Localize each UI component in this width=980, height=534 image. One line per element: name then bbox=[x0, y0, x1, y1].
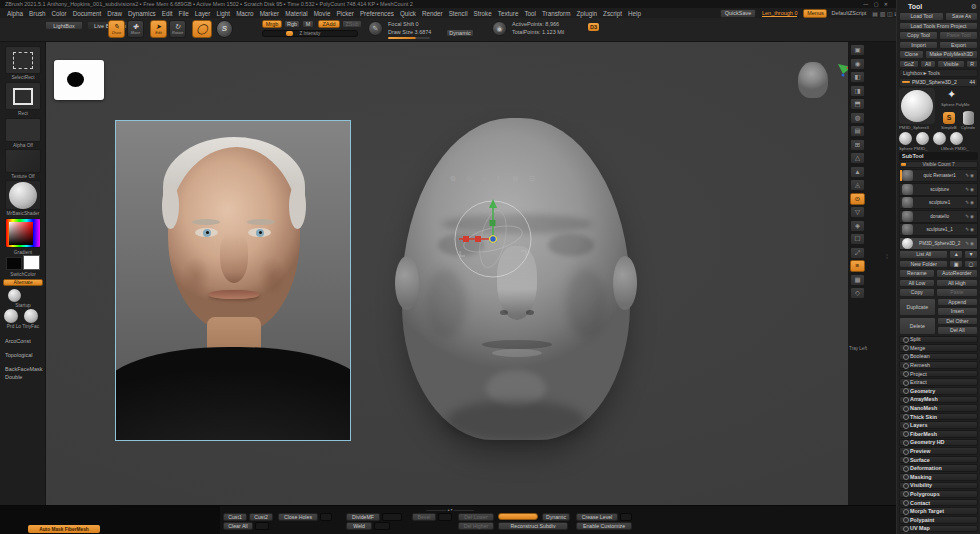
current-tool-thumb[interactable] bbox=[899, 88, 935, 124]
menu-tool[interactable]: Tool bbox=[521, 10, 539, 17]
section-geometry[interactable]: Geometry bbox=[899, 387, 978, 395]
close-holes-button[interactable]: Close Holes bbox=[278, 513, 318, 521]
subtool-copy-button[interactable]: Copy bbox=[899, 288, 935, 297]
section-thick-skin[interactable]: Thick Skin bbox=[899, 413, 978, 421]
recent-tool-2[interactable] bbox=[916, 132, 929, 145]
current-texture-thumb[interactable] bbox=[5, 149, 41, 173]
section-visibility[interactable]: Visibility bbox=[899, 482, 978, 490]
menus-button[interactable]: Menus bbox=[803, 9, 827, 18]
reconstruct-subdiv-button[interactable]: Reconstruct Subdiv bbox=[498, 522, 568, 530]
menu-preferences[interactable]: Preferences bbox=[357, 10, 397, 17]
minimize-icon[interactable]: — bbox=[863, 1, 870, 7]
xpose-icon[interactable]: ▤ bbox=[850, 125, 865, 137]
zoom-out-icon[interactable]: ◈ bbox=[850, 220, 865, 232]
tray-left-label[interactable]: Tray Left bbox=[849, 346, 895, 351]
duplicate-button[interactable]: Duplicate bbox=[899, 298, 936, 316]
section-remesh[interactable]: Remesh bbox=[899, 361, 978, 369]
section-split[interactable]: Split bbox=[899, 336, 978, 344]
cylinder-tool-icon[interactable] bbox=[963, 111, 974, 125]
goz-visible-button[interactable]: Visible bbox=[937, 60, 965, 69]
menu-stroke[interactable]: Stroke bbox=[471, 10, 495, 17]
section-deformation[interactable]: Deformation bbox=[899, 464, 978, 472]
move-doc-active-icon[interactable]: ≡ bbox=[850, 260, 865, 272]
load-tools-from-project-button[interactable]: Load Tools From Project bbox=[899, 22, 978, 31]
actual-size-icon[interactable]: ☐ bbox=[850, 233, 865, 245]
draw-polyframe-icon[interactable]: ◧ bbox=[850, 71, 865, 83]
append-button[interactable]: Append bbox=[937, 298, 978, 307]
menu-marker[interactable]: Marker bbox=[257, 10, 283, 17]
menu-document[interactable]: Document bbox=[70, 10, 105, 17]
subtool-row[interactable]: sculpture1 ✎◉ bbox=[899, 196, 978, 209]
folder-icon[interactable]: ▣ bbox=[949, 260, 963, 269]
clear-all-button[interactable]: Clear All bbox=[223, 522, 253, 530]
subtool-paste-button[interactable]: Paste bbox=[936, 288, 978, 297]
switch-color-label[interactable]: SwitchColor bbox=[0, 272, 46, 277]
clone-button[interactable]: Clone bbox=[899, 50, 924, 59]
menu-zplugin[interactable]: Zplugin bbox=[573, 10, 600, 17]
gizmo-x-handle-a[interactable] bbox=[463, 236, 469, 242]
bevel-button[interactable]: Bevel bbox=[412, 513, 436, 521]
menu-layer[interactable]: Layer bbox=[192, 10, 214, 17]
cust2-button[interactable]: Cust2 bbox=[249, 513, 273, 521]
edit-mode-button[interactable]: ➤Edit bbox=[150, 20, 167, 38]
menu-material[interactable]: Material bbox=[282, 10, 310, 17]
menu-dynamics[interactable]: Dynamics bbox=[125, 10, 159, 17]
z-intensity-slider[interactable]: Z Intensity bbox=[262, 30, 358, 37]
menu-render[interactable]: Render bbox=[419, 10, 446, 17]
camera-preview-head[interactable] bbox=[798, 62, 828, 98]
visible-count-slider[interactable]: Visible Count 7 bbox=[899, 161, 978, 169]
default-zscript-label[interactable]: DefaultZScript bbox=[831, 10, 866, 16]
active-tool-row[interactable]: PM3D_Sphere3D_2 44 bbox=[899, 78, 978, 87]
dynamic-button[interactable]: Dynamic bbox=[446, 29, 474, 37]
crease-level-button[interactable]: Crease Level bbox=[576, 513, 618, 521]
section-extract[interactable]: Extract bbox=[899, 378, 978, 386]
all-low-button[interactable]: All Low bbox=[899, 279, 935, 288]
menu-color[interactable]: Color bbox=[49, 10, 70, 17]
sculptris-pro-button[interactable]: S bbox=[216, 20, 233, 38]
all-high-button[interactable]: All High bbox=[936, 279, 978, 288]
paste-tool-button[interactable]: Paste Tool bbox=[939, 31, 978, 40]
insert-button[interactable]: Insert bbox=[937, 307, 978, 316]
bevel-value[interactable] bbox=[438, 513, 452, 521]
del-all-button[interactable]: Del All bbox=[937, 326, 978, 335]
del-other-button[interactable]: Del Other bbox=[937, 317, 978, 326]
section-polypaint[interactable]: Polypaint bbox=[899, 516, 978, 524]
import-button[interactable]: Import bbox=[899, 41, 938, 50]
goz-button[interactable]: GoZ bbox=[899, 60, 919, 69]
autoreorder-button[interactable]: AutoReorder bbox=[936, 269, 978, 278]
goz-r-button[interactable]: R bbox=[966, 60, 978, 69]
section-project[interactable]: Project bbox=[899, 370, 978, 378]
link-topological[interactable]: Topological bbox=[5, 352, 33, 358]
divide-mf-value[interactable] bbox=[382, 513, 402, 521]
link-arcoconst[interactable]: ArcoConst bbox=[5, 338, 31, 344]
eye-icon[interactable]: ◉ bbox=[970, 241, 975, 246]
mrgb-button[interactable]: Mrgb bbox=[262, 20, 282, 28]
session-label[interactable]: Len_through 0 bbox=[762, 10, 797, 17]
menu-texture[interactable]: Texture bbox=[495, 10, 522, 17]
section-polygroups[interactable]: Polygroups bbox=[899, 490, 978, 498]
orientation-axis-widget[interactable] bbox=[834, 60, 848, 82]
gizmo-y-arrow[interactable] bbox=[489, 199, 497, 208]
rename-button[interactable]: Rename bbox=[899, 269, 935, 278]
current-stroke-thumb[interactable] bbox=[5, 82, 41, 110]
menu-movie[interactable]: Movie bbox=[311, 10, 334, 17]
menu-draw[interactable]: Draw bbox=[104, 10, 125, 17]
subtool-row[interactable]: sculpture ✎◉ bbox=[899, 183, 978, 196]
auto-mask-fibermesh-button[interactable]: Auto Mask FiberMesh bbox=[28, 525, 100, 533]
scale-doc-icon[interactable]: ◇ bbox=[850, 287, 865, 299]
color-picker[interactable] bbox=[5, 218, 41, 248]
dynamic-subdiv-button[interactable]: Dynamic bbox=[542, 513, 570, 521]
section-contact[interactable]: Contact bbox=[899, 499, 978, 507]
eye-icon[interactable]: ◉ bbox=[970, 214, 975, 219]
focal-shift-field[interactable]: Focal Shift 0 bbox=[388, 21, 419, 27]
clear-all-value[interactable] bbox=[255, 522, 269, 530]
link-backfacemask[interactable]: BackFaceMask bbox=[5, 366, 43, 372]
render-icon[interactable]: ◉ bbox=[850, 58, 865, 70]
bpr-icon[interactable]: ▣ bbox=[850, 44, 865, 56]
tool-palette-header[interactable]: Tool ⚙ bbox=[899, 1, 978, 12]
subtool-row[interactable]: quic Remaster1 ✎◉ bbox=[899, 169, 978, 182]
list-all-button[interactable]: List All bbox=[899, 250, 948, 259]
subtool-up-icon[interactable]: ▲ bbox=[949, 250, 963, 259]
draw-size-slider[interactable] bbox=[388, 37, 430, 39]
alternate-button[interactable]: Alternate bbox=[3, 279, 43, 286]
